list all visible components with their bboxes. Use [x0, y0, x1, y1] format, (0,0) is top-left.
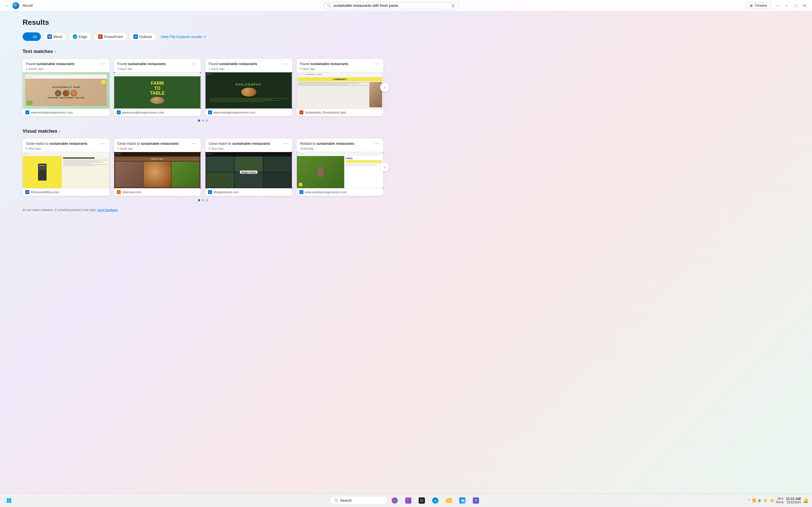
visual-matches-section: Visual matches › Close match to sustaina…	[22, 128, 384, 202]
text-match-card-1[interactable]: Found sustainable restaurants 2 weeks ag…	[22, 59, 109, 116]
network-icon[interactable]: 📶	[752, 499, 756, 502]
notification-icon[interactable]: 🔔	[803, 498, 809, 503]
outlook-icon: O	[133, 34, 138, 39]
visual-dot-3[interactable]	[206, 199, 208, 202]
taskbar-app-unknown2[interactable]	[416, 495, 427, 506]
date: 10/22/2024	[786, 501, 801, 504]
clock[interactable]: 11:11 AM 10/22/2024	[786, 497, 801, 504]
search-bar	[324, 2, 459, 9]
tab-powerpoint[interactable]: P PowerPoint	[94, 33, 127, 41]
tab-outlook[interactable]: O Outlook	[129, 33, 156, 41]
voice-icon[interactable]	[451, 3, 455, 8]
card-menu-3[interactable]: ⋯	[282, 62, 289, 66]
visual-card-footer-3: e Margiestravel.com	[205, 188, 292, 196]
visual-card-menu-4[interactable]: ⋯	[373, 142, 380, 146]
more-options-button[interactable]: ⋯	[774, 2, 781, 10]
taskbar-app-recall[interactable]	[389, 495, 400, 506]
visual-matches-chevron[interactable]: ›	[59, 129, 60, 133]
system-tray[interactable]: ⌃ 📶 🔊 🔋	[748, 499, 767, 502]
minimize-button[interactable]: −	[783, 2, 791, 10]
view-file-explorer-link[interactable]: View File Explorer results ↗	[161, 35, 206, 39]
taskbar: Search e 🛍 T ⌃ 📶 🔊	[0, 494, 812, 507]
filter-tabs: All W Word e Edge P PowerPoint O Outlook…	[22, 33, 384, 41]
ai-disclaimer: AI can make mistakes. If something doesn…	[22, 208, 384, 212]
search-container	[36, 2, 746, 9]
visual-card-image-4: FARMS	[297, 152, 384, 188]
dot-3[interactable]	[206, 119, 208, 122]
tab-edge[interactable]: e Edge	[68, 33, 91, 41]
visual-match-card-4[interactable]: Related to sustainable restaurants Yeste…	[297, 138, 384, 196]
taskbar-search[interactable]: Search	[331, 497, 387, 504]
battery-icon[interactable]: 🔋	[763, 499, 767, 502]
dot-1[interactable]	[198, 119, 200, 122]
card-footer-4: P Sustainable_Restaurants.pptx	[297, 109, 384, 116]
timeline-icon	[749, 4, 753, 8]
visual-dot-1[interactable]	[198, 199, 200, 202]
up-arrow-icon[interactable]: ⌃	[748, 499, 751, 502]
visual-card-footer-4: e www.woodgrovegroceries.com	[297, 188, 384, 196]
visual-match-card-3[interactable]: Close match to sustainable restaurants 2…	[205, 138, 292, 196]
svg-rect-9	[7, 501, 9, 503]
visual-match-card-1[interactable]: Close match to sustainable restaurants 6…	[22, 138, 109, 196]
wifi-icon[interactable]: 🔊	[758, 499, 762, 502]
visual-card-menu-2[interactable]: ⋯	[191, 142, 197, 146]
card-footer-3: e www.woodgrovegroceries.com	[205, 109, 292, 116]
visual-card-time-4: Yesterday	[300, 147, 373, 150]
back-button[interactable]: ←	[3, 2, 11, 10]
taskbar-search-label: Search	[340, 498, 352, 503]
taskbar-app-teams[interactable]: T	[470, 495, 481, 506]
visual-match-card-2[interactable]: Close match to sustainable restaurants 1…	[114, 138, 201, 196]
card-header-1: Found sustainable restaurants 2 weeks ag…	[22, 59, 109, 72]
taskbar-app-store[interactable]: 🛍	[457, 495, 468, 506]
visual-footer-icon-4: e	[299, 190, 303, 194]
visual-dot-2[interactable]	[202, 199, 204, 202]
window-controls: ⋯ − □ ✕	[774, 2, 809, 10]
weather-widget[interactable]: ☀️ 78°F Sunny	[770, 497, 783, 504]
taskbar-app-files[interactable]	[443, 495, 455, 506]
visual-matches-next[interactable]: ›	[380, 163, 389, 172]
svg-rect-6	[750, 6, 753, 7]
tab-powerpoint-label: PowerPoint	[104, 35, 123, 39]
taskbar-center: Search e 🛍 T	[331, 495, 481, 506]
text-match-card-3[interactable]: Found sustainable restaurants 1 week ago…	[205, 59, 292, 116]
text-matches-chevron[interactable]: ›	[54, 50, 56, 54]
card-menu-4[interactable]: ⋯	[373, 62, 380, 66]
visual-matches-header: Visual matches ›	[22, 128, 384, 134]
footer-icon-1: e	[26, 110, 29, 114]
dot-2[interactable]	[202, 119, 204, 122]
card-time-1: 2 weeks ago	[26, 67, 99, 70]
visual-card-title-4: Related to sustainable restaurants	[300, 142, 373, 146]
page-title: Results	[22, 18, 384, 27]
taskbar-app-unknown1[interactable]	[403, 495, 414, 506]
send-feedback-link[interactable]: send feedback	[98, 208, 118, 212]
card-url-2: www.woodgrovegroceries.com	[122, 111, 164, 114]
card-menu-2[interactable]: ⋯	[191, 62, 197, 66]
visual-matches-cards-container: Close match to sustainable restaurants 6…	[22, 138, 384, 196]
card-time-3: 1 week ago	[209, 67, 282, 70]
timeline-button[interactable]: Timeline	[746, 2, 770, 9]
close-button[interactable]: ✕	[801, 2, 809, 10]
text-match-card-2[interactable]: Found sustainable restaurants 3 days ago…	[114, 59, 201, 116]
visual-card-menu-1[interactable]: ⋯	[99, 142, 106, 146]
app-icon	[12, 2, 19, 9]
taskbar-app-edge[interactable]: e	[430, 495, 441, 506]
visual-card-header-1: Close match to sustainable restaurants 6…	[22, 138, 109, 152]
visual-footer-icon-3: e	[208, 190, 212, 194]
tab-word[interactable]: W Word	[43, 33, 66, 41]
start-button[interactable]	[3, 495, 15, 506]
svg-rect-5	[750, 5, 752, 6]
card-url-1: www.woodgrovegroceries.com	[31, 111, 73, 114]
windows-icon	[6, 498, 11, 503]
card-menu-1[interactable]: ⋯	[99, 62, 106, 66]
titlebar: ← Recall Timeline ⋯ − □ ✕	[0, 0, 812, 11]
text-matches-next[interactable]: ›	[380, 83, 389, 92]
svg-line-12	[337, 501, 338, 502]
visual-card-title-3: Close match to sustainable restaurants	[209, 142, 282, 146]
time: 11:11 AM	[786, 497, 801, 501]
text-match-card-4[interactable]: Found sustainable restaurants 5 days ago…	[297, 59, 384, 116]
search-input[interactable]	[334, 3, 449, 8]
visual-card-menu-3[interactable]: ⋯	[282, 142, 289, 146]
tab-all[interactable]: All	[22, 33, 41, 41]
visual-card-title-2: Close match to sustainable restaurants	[117, 142, 191, 146]
maximize-button[interactable]: □	[792, 2, 800, 10]
